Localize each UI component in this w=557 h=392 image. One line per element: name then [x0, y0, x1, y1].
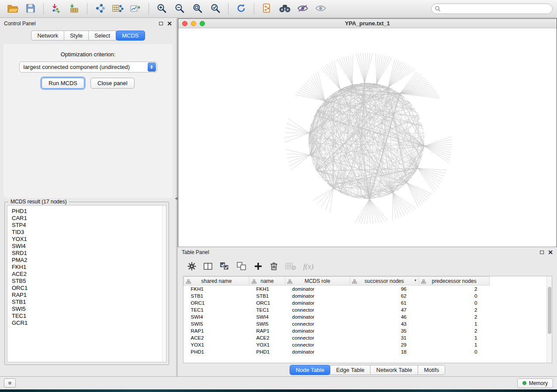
- optimization-criterion-select[interactable]: largest connected component (undirected): [19, 62, 157, 72]
- column-header-name[interactable]: name: [249, 277, 285, 285]
- zoom-fit-button[interactable]: [189, 2, 206, 16]
- network-from-selection-icon: [130, 3, 142, 14]
- binoculars-icon: [279, 3, 291, 14]
- float-panel-icon[interactable]: [159, 22, 163, 25]
- select-all-button[interactable]: [220, 262, 229, 272]
- tab-select[interactable]: Select: [88, 31, 116, 41]
- tab-mcds[interactable]: MCDS: [116, 31, 145, 41]
- function-builder-button[interactable]: f(x): [303, 262, 314, 271]
- table-row[interactable]: ORC1ORC1dominator610: [184, 299, 490, 306]
- mcds-result-item[interactable]: FKH1: [12, 264, 166, 271]
- float-panel-icon[interactable]: [540, 251, 544, 254]
- import-table-button[interactable]: [66, 2, 83, 16]
- window-zoom-icon[interactable]: [200, 21, 205, 26]
- column-header-MCDS-role[interactable]: MCDS role: [285, 277, 350, 285]
- delete-table-button[interactable]: [285, 262, 296, 272]
- status-bar: ≡ Memory: [0, 376, 557, 389]
- table-row[interactable]: SWI5SWI5connector431: [184, 320, 490, 327]
- tab-edge-table[interactable]: Edge Table: [330, 365, 370, 375]
- mcds-result-item[interactable]: SRD1: [12, 250, 166, 257]
- run-mcds-button[interactable]: Run MCDS: [42, 78, 84, 89]
- memory-button[interactable]: Memory: [517, 378, 553, 388]
- mcds-result-item[interactable]: TID3: [12, 229, 166, 236]
- clone-network-button[interactable]: [259, 2, 275, 16]
- tab-motifs[interactable]: Motifs: [418, 365, 445, 375]
- deselect-all-button[interactable]: [237, 262, 246, 272]
- mcds-list-scrollbar[interactable]: [162, 206, 166, 362]
- memory-label: Memory: [529, 380, 548, 386]
- table-row[interactable]: SWI4SWI4dominator462: [184, 313, 490, 320]
- tab-node-table[interactable]: Node Table: [290, 365, 331, 375]
- mcds-result-item[interactable]: PMA2: [12, 257, 166, 264]
- create-column-button[interactable]: [254, 262, 263, 272]
- zoom-in-button[interactable]: [153, 2, 170, 16]
- column-header-shared-name[interactable]: shared name: [184, 277, 249, 285]
- search-input[interactable]: [431, 3, 553, 14]
- mcds-result-item[interactable]: YOX1: [12, 236, 166, 243]
- table-row[interactable]: TEC1TEC1connector472: [184, 306, 490, 313]
- zoom-selected-button[interactable]: [207, 2, 224, 16]
- eye-slash-icon: [297, 4, 308, 14]
- sort-caret-icon[interactable]: ▾: [414, 278, 416, 282]
- desktop-wallpaper: [0, 389, 557, 392]
- mcds-result-item[interactable]: ORC1: [12, 285, 166, 292]
- mcds-result-item[interactable]: STB5: [12, 278, 166, 285]
- delete-column-button[interactable]: [270, 262, 278, 272]
- columns-icon: [204, 262, 212, 272]
- table-row[interactable]: PHD1PHD1dominator180: [184, 348, 490, 355]
- refresh-layout-button[interactable]: [233, 2, 249, 16]
- show-graphics-details-button[interactable]: [312, 2, 329, 16]
- hide-graphics-details-button[interactable]: [294, 2, 311, 16]
- close-panel-button[interactable]: Close panel: [90, 78, 135, 89]
- tab-network-table[interactable]: Network Table: [370, 365, 418, 375]
- network-canvas[interactable]: [178, 28, 557, 247]
- mcds-result-item[interactable]: ACE2: [12, 271, 166, 278]
- network-window-titlebar[interactable]: YPA_prune.txt_1: [178, 19, 557, 28]
- window-minimize-icon[interactable]: [191, 21, 196, 26]
- node-table-container: shared namenameMCDS rolesuccessor nodes▾…: [183, 276, 552, 363]
- new-network-button[interactable]: [92, 2, 108, 16]
- tab-style[interactable]: Style: [64, 31, 89, 41]
- open-session-button[interactable]: [4, 2, 21, 16]
- table-scrollbar[interactable]: [547, 276, 552, 363]
- show-panels-menu-button[interactable]: ≡: [4, 378, 16, 388]
- save-session-button[interactable]: [22, 2, 39, 16]
- network-from-selection-button[interactable]: [128, 2, 144, 16]
- mcds-result-item[interactable]: SWI4: [12, 243, 166, 250]
- mcds-result-item[interactable]: SWI5: [12, 306, 166, 313]
- table-settings-button[interactable]: [187, 262, 196, 272]
- close-panel-icon[interactable]: ✕: [548, 249, 553, 255]
- tab-network[interactable]: Network: [31, 31, 64, 41]
- mcds-result-item[interactable]: RAP1: [12, 292, 166, 299]
- table-row[interactable]: ACE2ACE2connector311: [184, 334, 490, 341]
- close-panel-icon[interactable]: ✕: [167, 21, 172, 27]
- table-panel-header: Table Panel ✕: [178, 247, 557, 258]
- column-header-successor-nodes[interactable]: successor nodes▾: [350, 277, 419, 285]
- zoom-out-button[interactable]: [171, 2, 188, 16]
- table-row[interactable]: FKH1FKH1dominator962: [184, 285, 490, 292]
- network-from-table-button[interactable]: [110, 2, 126, 16]
- mcds-result-item[interactable]: PHD1: [12, 208, 166, 215]
- mcds-result-item[interactable]: CAR1: [12, 215, 166, 222]
- table-row[interactable]: YOX1YOX1connector291: [184, 341, 490, 348]
- collapse-panel-icon[interactable]: ◀: [175, 196, 177, 200]
- table-row[interactable]: STB1STB1dominator620: [184, 292, 490, 299]
- mcds-result-item[interactable]: TEC1: [12, 313, 166, 320]
- column-type-icon: [421, 279, 426, 285]
- table-panel-title: Table Panel: [182, 249, 209, 255]
- column-header-predecessor-nodes[interactable]: predecessor nodes: [419, 277, 490, 285]
- mcds-result-groupbox: MCDS result (17 nodes) PHD1CAR1STP4TID3Y…: [4, 202, 169, 365]
- show-columns-button[interactable]: [204, 262, 212, 272]
- mcds-result-item[interactable]: GCR1: [12, 320, 166, 327]
- table-row[interactable]: RAP1RAP1dominator352: [184, 327, 490, 334]
- node-table: shared namenameMCDS rolesuccessor nodes▾…: [183, 276, 490, 355]
- import-network-button[interactable]: [48, 2, 65, 16]
- delete-table-icon: [285, 262, 296, 272]
- control-panel-header: Control Panel ✕: [0, 18, 176, 29]
- clone-network-icon: [262, 3, 272, 15]
- window-close-icon[interactable]: [182, 21, 187, 26]
- table-scrollbar-thumb[interactable]: [548, 287, 551, 334]
- mcds-result-item[interactable]: STP4: [12, 222, 166, 229]
- mcds-result-item[interactable]: STB1: [12, 299, 166, 306]
- find-button[interactable]: [277, 2, 293, 16]
